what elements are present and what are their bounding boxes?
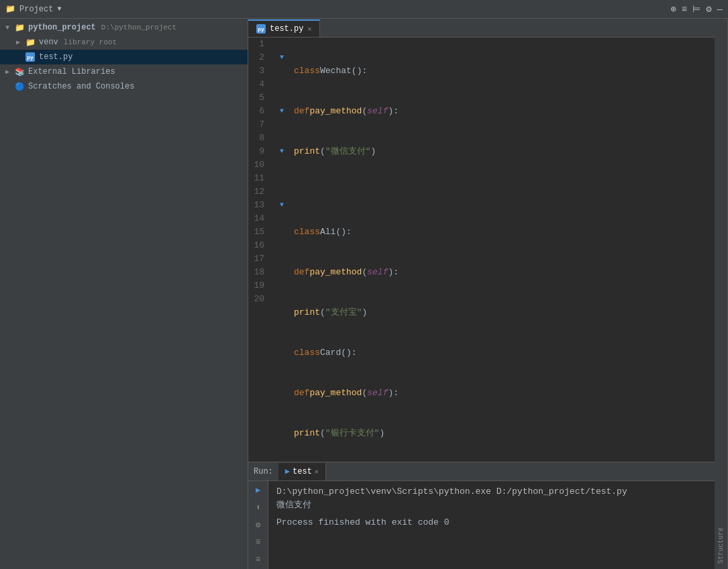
minimize-icon[interactable]: —	[717, 4, 723, 15]
structure-panel: Structure	[715, 19, 728, 569]
line-numbers: 1 2 3 4 5 6 7 8 9 10 11 12 13 14 15 16 1…	[248, 38, 275, 462]
structure-label[interactable]: Structure	[717, 527, 725, 564]
ln-10: 10	[248, 158, 270, 172]
run-tab-bar: Run: ▶ test ✕	[248, 462, 715, 481]
list-icon[interactable]: ≡	[682, 4, 687, 15]
ln-2: 2	[248, 51, 270, 64]
tab-file-icon: py	[256, 24, 266, 34]
project-icon: 📁	[5, 4, 15, 14]
ln-6: 6	[248, 105, 270, 118]
g-9[interactable]: ▼	[275, 145, 289, 158]
g-6[interactable]: ▼	[275, 105, 289, 118]
ln-3: 3	[248, 64, 270, 78]
tab-close-icon[interactable]: ✕	[307, 25, 311, 33]
ln-14: 14	[248, 212, 270, 225]
run-tab-test[interactable]: ▶ test ✕	[278, 463, 326, 480]
ln-9: 9	[248, 145, 270, 158]
run-panel: Run: ▶ test ✕ ▶ ⬆ ⚙ ≡ ≡ D:\python_proj	[248, 462, 715, 569]
run-exit-line: Process finished with exit code 0	[276, 516, 707, 529]
run-sidebar: ▶ ⬆ ⚙ ≡ ≡	[248, 481, 268, 569]
ln-5: 5	[248, 91, 270, 105]
run-tab-close-icon[interactable]: ✕	[315, 468, 319, 476]
tab-label: test.py	[270, 24, 303, 34]
ln-17: 17	[248, 252, 270, 266]
tree-item-label-scratches: Scratches and Consoles	[28, 82, 134, 91]
chevron-right-icon-ext: ▶	[5, 68, 13, 76]
run-rerun-button[interactable]: ⚙	[252, 519, 265, 532]
tree-item-label-python-project: python_project	[28, 23, 96, 32]
project-panel: ▼ 📁 python_project D:\python_project ▶ 📁…	[0, 19, 248, 569]
run-label: Run:	[254, 467, 273, 476]
code-editor[interactable]: 1 2 3 4 5 6 7 8 9 10 11 12 13 14 15 16 1…	[248, 38, 715, 462]
ln-1: 1	[248, 38, 270, 51]
tree-item-path: D:\python_project	[101, 23, 176, 32]
chevron-right-icon: ▶	[16, 38, 24, 46]
tree-item-python-project[interactable]: ▼ 📁 python_project D:\python_project	[0, 20, 248, 35]
g-3	[275, 64, 289, 78]
code-line-9: def pay_method(self):	[294, 386, 709, 400]
run-scroll-down-button[interactable]: ≡	[252, 553, 265, 566]
g-10	[275, 158, 289, 172]
python-file-icon: py	[25, 52, 35, 62]
ln-15: 15	[248, 225, 270, 239]
gear-icon[interactable]: ⚙	[706, 3, 711, 15]
run-exit-text: Process finished with exit code 0	[276, 517, 449, 527]
dropdown-chevron-icon[interactable]: ▼	[57, 5, 61, 13]
run-scroll-up-button[interactable]: ≡	[252, 535, 265, 549]
tree-item-sublabel-venv: library root	[64, 38, 117, 46]
g-2[interactable]: ▼	[275, 51, 289, 64]
ln-18: 18	[248, 266, 270, 279]
tree-item-test-py[interactable]: py test.py	[0, 50, 248, 64]
ln-8: 8	[248, 132, 270, 145]
ln-11: 11	[248, 172, 270, 185]
run-output-text: 微信支付	[276, 500, 311, 510]
code-line-5: class Ali():	[294, 225, 709, 239]
run-tab-label: test	[293, 467, 312, 476]
code-line-6: def pay_method(self):	[294, 266, 709, 279]
code-line-1: class Wechat():	[294, 64, 709, 78]
g-4	[275, 78, 289, 91]
ln-16: 16	[248, 239, 270, 252]
code-gutter: ▼ ▼ ▼ ▼	[275, 38, 289, 462]
project-title: Project	[19, 5, 53, 14]
run-play-button[interactable]: ▶	[252, 484, 265, 497]
code-content[interactable]: class Wechat(): def pay_method(self): pr…	[289, 38, 715, 462]
top-toolbar: 📁 Project ▼ ⊕ ≡ ⊨ ⚙ —	[0, 0, 728, 19]
run-command-text: D:\python_project\venv\Scripts\python.ex…	[276, 486, 627, 497]
split-icon[interactable]: ⊨	[692, 3, 700, 15]
run-icon: ▶	[285, 466, 290, 476]
tree-item-scratches[interactable]: 🔵 Scratches and Consoles	[0, 79, 248, 94]
chevron-down-icon: ▼	[5, 24, 13, 32]
code-line-3: print("微信支付")	[294, 145, 709, 158]
run-content: ▶ ⬆ ⚙ ≡ ≡ D:\python_project\venv\Scripts…	[248, 481, 715, 569]
tree-item-venv[interactable]: ▶ 📁 venv library root	[0, 35, 248, 50]
tree-item-label-venv: venv	[39, 38, 58, 47]
folder-icon: 📁	[15, 23, 25, 33]
code-line-2: def pay_method(self):	[294, 105, 709, 118]
code-line-7: print("支付宝")	[294, 306, 709, 319]
code-line-4	[294, 185, 709, 199]
ln-4: 4	[248, 78, 270, 91]
run-output-line: 微信支付	[276, 499, 707, 512]
g-17	[275, 252, 289, 266]
ln-12: 12	[248, 185, 270, 199]
g-7	[275, 118, 289, 132]
tab-bar: py test.py ✕	[248, 19, 715, 38]
run-command-line: D:\python_project\venv\Scripts\python.ex…	[276, 485, 707, 499]
run-stop-button[interactable]: ⬆	[252, 501, 265, 515]
project-tree: ▼ 📁 python_project D:\python_project ▶ 📁…	[0, 19, 248, 569]
run-output: D:\python_project\venv\Scripts\python.ex…	[268, 481, 715, 569]
g-16	[275, 239, 289, 252]
globe-icon[interactable]: ⊕	[670, 3, 676, 15]
editor-area: py test.py ✕ 1 2 3 4 5 6 7 8 9 10 11 12 …	[248, 19, 715, 569]
tree-item-label-test-py: test.py	[39, 52, 72, 62]
tab-test-py[interactable]: py test.py ✕	[248, 19, 320, 37]
g-13[interactable]: ▼	[275, 199, 289, 212]
code-line-8: class Card():	[294, 346, 709, 360]
g-14	[275, 212, 289, 225]
g-19	[275, 279, 289, 293]
code-line-10: print("银行卡支付")	[294, 427, 709, 440]
g-5	[275, 91, 289, 105]
ln-7: 7	[248, 118, 270, 132]
tree-item-external-libs[interactable]: ▶ 📚 External Libraries	[0, 64, 248, 79]
